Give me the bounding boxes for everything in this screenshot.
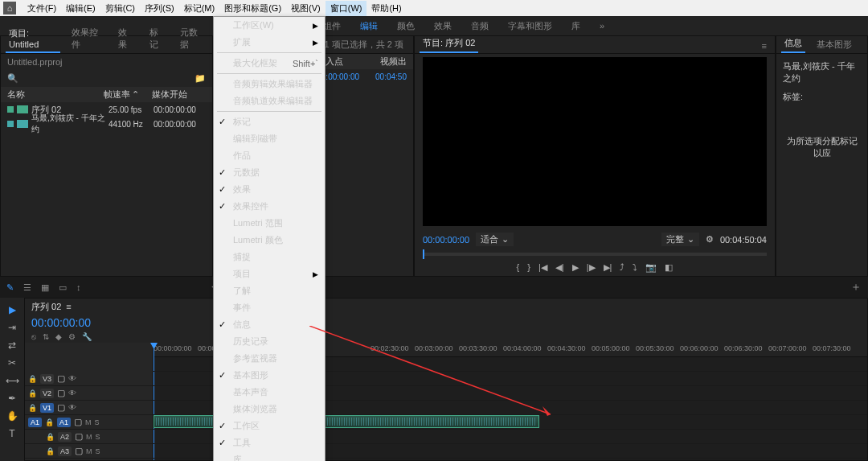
target-icon[interactable]: ▢	[57, 373, 65, 384]
lock-icon[interactable]: 🔒	[45, 418, 54, 426]
track-header-a1[interactable]: A1🔒A1▢MS	[25, 415, 153, 430]
menu-sequence[interactable]: 序列(S)	[140, 1, 179, 16]
mute-icon[interactable]: M	[86, 433, 92, 441]
target-icon[interactable]: ▢	[74, 417, 82, 427]
timeline-timecode[interactable]: 00:00:00:00	[31, 316, 91, 329]
ws-effects[interactable]: 效果	[429, 17, 457, 35]
menu-clip[interactable]: 剪辑(C)	[100, 1, 140, 16]
solo-icon[interactable]: S	[95, 418, 100, 426]
panel-menu-icon[interactable]: ≡	[759, 39, 770, 53]
search-input[interactable]	[22, 74, 191, 84]
ws-edit[interactable]: 编辑	[355, 17, 383, 35]
menu-item[interactable]: 音频轨道效果编辑器	[214, 93, 325, 109]
lock-icon[interactable]: 🔒	[46, 433, 55, 441]
menu-item[interactable]: 工作区(W)▶	[214, 17, 325, 34]
track-header-v3[interactable]: 🔒V3▢👁	[25, 372, 153, 386]
menu-view[interactable]: 视图(V)	[286, 1, 326, 16]
col-fps[interactable]: 帧速率 ⌃	[104, 88, 152, 101]
tab-info[interactable]: 信息	[781, 35, 805, 53]
lock-icon[interactable]: 🔒	[46, 447, 55, 455]
col-name[interactable]: 名称	[7, 88, 104, 101]
menu-item[interactable]: 作品	[214, 147, 325, 164]
lift-icon[interactable]: ⤴	[620, 262, 624, 273]
menu-item[interactable]: 媒体浏览器	[214, 401, 325, 418]
menu-item[interactable]: 事件	[214, 299, 325, 316]
track-header-v2[interactable]: 🔒V2▢👁	[25, 386, 153, 401]
step-forward-icon[interactable]: |▶	[587, 262, 596, 273]
tab-project[interactable]: 项目: Untitled	[6, 25, 60, 53]
go-to-in-icon[interactable]: |◀	[538, 262, 547, 273]
target-icon[interactable]: ▢	[57, 402, 65, 413]
track-label[interactable]: V1	[40, 403, 54, 413]
menu-item[interactable]: ✓标记	[214, 113, 325, 130]
program-zoom-fit[interactable]: 适合 ⌄	[476, 233, 514, 246]
mute-icon[interactable]: M	[86, 447, 92, 455]
lock-icon[interactable]: 🔒	[28, 375, 37, 383]
menu-item[interactable]: 音频剪辑效果编辑器	[214, 76, 325, 93]
settings-icon[interactable]: ⚙	[68, 332, 76, 341]
program-monitor-viewport[interactable]	[423, 57, 767, 226]
mark-out-icon[interactable]: }	[527, 262, 530, 273]
menu-item[interactable]: ✓工具	[214, 434, 325, 451]
tab-effects[interactable]: 效果	[115, 24, 137, 53]
menu-edit[interactable]: 编辑(E)	[61, 1, 100, 16]
hand-tool-icon[interactable]: ✋	[6, 410, 18, 422]
home-icon[interactable]: ⌂	[3, 2, 16, 14]
ws-captions[interactable]: 字幕和图形	[503, 17, 557, 35]
track-label[interactable]: V3	[40, 374, 54, 384]
track-patch[interactable]: A1	[28, 418, 42, 427]
eye-icon[interactable]: 👁	[68, 403, 76, 412]
razor-tool-icon[interactable]: ✂	[8, 357, 16, 368]
mute-icon[interactable]: M	[85, 418, 92, 426]
folder-icon[interactable]: 📁	[194, 73, 206, 84]
timeline-sequence-tab[interactable]: 序列 02	[31, 301, 61, 313]
type-tool-icon[interactable]: T	[9, 428, 14, 439]
menu-item[interactable]: 历史记录	[214, 333, 325, 350]
lock-icon[interactable]: 🔒	[28, 389, 37, 397]
program-tc-left[interactable]: 00:00:00:00	[423, 235, 469, 245]
add-button-icon[interactable]: ＋	[850, 280, 862, 294]
go-to-out-icon[interactable]: ▶|	[604, 262, 612, 273]
tab-effect-controls[interactable]: 效果控件	[68, 24, 107, 53]
tab-metadata[interactable]: 元数据	[177, 24, 207, 53]
track-label[interactable]: A2	[58, 432, 72, 442]
mark-in-icon[interactable]: {	[517, 262, 520, 273]
menu-item[interactable]: 编辑到磁带	[214, 130, 325, 147]
ws-libraries[interactable]: 库	[567, 17, 585, 35]
ripple-tool-icon[interactable]: ⇄	[8, 340, 16, 351]
settings-icon[interactable]: ⚙	[706, 234, 714, 245]
snap-icon[interactable]: ⎋	[31, 332, 36, 341]
comparison-icon[interactable]: ◧	[665, 262, 673, 273]
menu-item[interactable]: ✓工作区	[214, 418, 325, 434]
target-icon[interactable]: ▢	[57, 388, 65, 398]
selection-tool-icon[interactable]: ▶	[9, 304, 16, 315]
col-start[interactable]: 媒体开始	[152, 88, 187, 101]
target-icon[interactable]: ▢	[75, 431, 83, 442]
ws-audio[interactable]: 音频	[466, 17, 493, 35]
menu-graphics[interactable]: 图形和标题(G)	[219, 1, 286, 16]
tab-markers[interactable]: 标记	[146, 24, 169, 53]
ws-color[interactable]: 颜色	[392, 17, 420, 35]
export-frame-icon[interactable]: 📷	[645, 262, 657, 273]
menu-item[interactable]: ✓信息	[214, 316, 325, 333]
pen-icon[interactable]: ✎	[6, 282, 14, 293]
extract-icon[interactable]: ⤵	[633, 262, 637, 273]
track-label[interactable]: A1	[57, 418, 71, 427]
search-icon[interactable]: 🔍	[7, 73, 18, 84]
track-header-v1[interactable]: 🔒V1▢👁	[25, 401, 153, 415]
program-scrubber[interactable]	[423, 253, 767, 256]
target-icon[interactable]: ▢	[75, 446, 83, 456]
pen-tool-icon[interactable]: ✒	[8, 393, 16, 404]
menu-help[interactable]: 帮助(H)	[366, 1, 406, 16]
marker-icon[interactable]: ◆	[55, 332, 62, 341]
menu-item[interactable]: Lumetri 颜色	[214, 232, 325, 249]
play-icon[interactable]: ▶	[572, 262, 579, 273]
slip-tool-icon[interactable]: ⟷	[6, 375, 19, 386]
menu-window[interactable]: 窗口(W)	[326, 1, 367, 16]
menu-item[interactable]: ✓基本图形	[214, 367, 325, 384]
icon-view-icon[interactable]: ▦	[41, 282, 49, 293]
menu-item[interactable]: ✓效果	[214, 181, 325, 198]
solo-icon[interactable]: S	[96, 447, 100, 455]
menu-item[interactable]: ✓元数据	[214, 164, 325, 181]
step-back-icon[interactable]: ◀|	[555, 262, 564, 273]
